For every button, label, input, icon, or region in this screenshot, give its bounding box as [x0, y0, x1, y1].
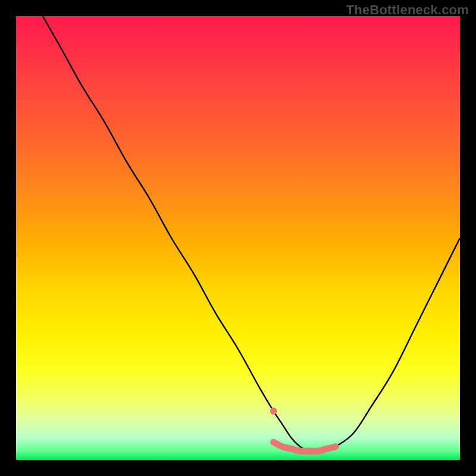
watermark-text: TheBottleneck.com: [346, 2, 469, 18]
plot-area: [16, 16, 460, 460]
curve-layer: [16, 16, 460, 460]
highlight-start-dot: [270, 408, 277, 415]
highlight-band: [274, 442, 336, 451]
chart-frame: TheBottleneck.com: [0, 0, 476, 476]
bottleneck-curve: [43, 16, 460, 452]
